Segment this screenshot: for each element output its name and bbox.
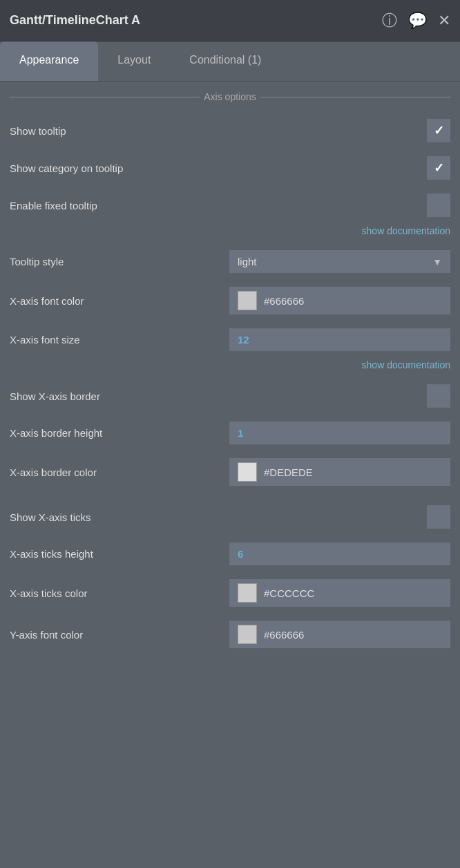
show-category-on-tooltip-label: Show category on tooltip [10,162,427,174]
show-x-axis-border-checkbox[interactable] [427,384,450,408]
x-axis-font-color-label: X-axis font color [10,295,229,307]
x-axis-ticks-height-row: X-axis ticks height 6 [0,536,460,572]
x-axis-border-color-swatch[interactable] [238,462,257,482]
window-title: Gantt/TimelineChart A [10,13,382,28]
show-x-axis-ticks-label: Show X-axis ticks [10,511,427,523]
spacer-1 [0,493,460,498]
tooltip-style-value: light [238,256,257,267]
tab-layout[interactable]: Layout [98,41,170,81]
y-axis-font-color-swatch[interactable] [238,625,257,644]
show-documentation-2[interactable]: show documentation [0,358,460,377]
x-axis-border-height-label: X-axis border height [10,427,229,439]
enable-fixed-tooltip-row: Enable fixed tooltip [0,187,460,224]
x-axis-border-color-value: #DEDEDE [264,466,313,478]
axis-options-header: Axis options [0,82,460,112]
show-category-on-tooltip-checkbox[interactable]: ✓ [427,156,450,180]
show-x-axis-border-row: Show X-axis border [0,377,460,415]
show-category-on-tooltip-checkmark: ✓ [434,160,444,176]
x-axis-border-color-label: X-axis border color [10,466,229,478]
info-icon[interactable]: ⓘ [382,10,397,31]
y-axis-font-color-label: Y-axis font color [10,629,229,641]
tooltip-style-label: Tooltip style [10,256,229,267]
show-tooltip-checkbox[interactable]: ✓ [427,119,450,142]
y-axis-font-color-value: #666666 [264,629,304,641]
axis-options-label: Axis options [204,91,256,102]
show-tooltip-checkmark: ✓ [434,123,444,138]
x-axis-font-size-value: 12 [238,334,249,346]
show-tooltip-label: Show tooltip [10,125,427,137]
x-axis-ticks-color-swatch[interactable] [238,583,257,603]
x-axis-border-color-row: X-axis border color #DEDEDE [0,451,460,493]
header-line-right [260,97,450,97]
x-axis-font-color-value: #666666 [264,295,304,307]
x-axis-font-size-control[interactable]: 12 [229,328,450,351]
content-area: Axis options Show tooltip ✓ Show categor… [0,82,460,655]
x-axis-border-height-value: 1 [238,427,243,439]
show-category-on-tooltip-row: Show category on tooltip ✓ [0,149,460,187]
x-axis-border-height-control[interactable]: 1 [229,422,450,444]
show-x-axis-ticks-checkbox[interactable] [427,505,450,529]
close-icon[interactable]: ✕ [438,12,450,30]
x-axis-ticks-height-value: 6 [238,548,243,560]
title-bar: Gantt/TimelineChart A ⓘ 💬 ✕ [0,0,460,41]
title-bar-icons: ⓘ 💬 ✕ [382,10,450,31]
x-axis-ticks-color-label: X-axis ticks color [10,587,229,599]
x-axis-font-color-control[interactable]: #666666 [229,287,450,314]
tooltip-style-row: Tooltip style light ▼ [0,243,460,280]
tab-bar: Appearance Layout Conditional (1) [0,41,460,82]
enable-fixed-tooltip-label: Enable fixed tooltip [10,200,427,211]
y-axis-font-color-control[interactable]: #666666 [229,621,450,648]
enable-fixed-tooltip-checkbox[interactable] [427,194,450,217]
x-axis-ticks-color-row: X-axis ticks color #CCCCCC [0,572,460,614]
x-axis-border-color-control[interactable]: #DEDEDE [229,458,450,486]
tooltip-style-dropdown[interactable]: light ▼ [229,250,450,273]
x-axis-ticks-height-control[interactable]: 6 [229,542,450,565]
show-documentation-1[interactable]: show documentation [0,224,460,243]
x-axis-ticks-color-control[interactable]: #CCCCCC [229,579,450,607]
x-axis-ticks-color-value: #CCCCCC [264,587,314,599]
x-axis-font-color-row: X-axis font color #666666 [0,280,460,321]
tab-appearance[interactable]: Appearance [0,41,98,81]
show-tooltip-row: Show tooltip ✓ [0,112,460,149]
chat-icon[interactable]: 💬 [408,12,427,30]
tab-conditional[interactable]: Conditional (1) [170,41,280,81]
header-line-left [10,97,200,97]
x-axis-border-height-row: X-axis border height 1 [0,415,460,451]
dropdown-arrow-icon: ▼ [432,256,442,267]
show-x-axis-border-label: Show X-axis border [10,390,427,402]
x-axis-font-size-row: X-axis font size 12 [0,321,460,358]
x-axis-ticks-height-label: X-axis ticks height [10,548,229,560]
show-x-axis-ticks-row: Show X-axis ticks [0,498,460,536]
x-axis-font-size-label: X-axis font size [10,334,229,346]
y-axis-font-color-row: Y-axis font color #666666 [0,614,460,655]
x-axis-font-color-swatch[interactable] [238,291,257,310]
